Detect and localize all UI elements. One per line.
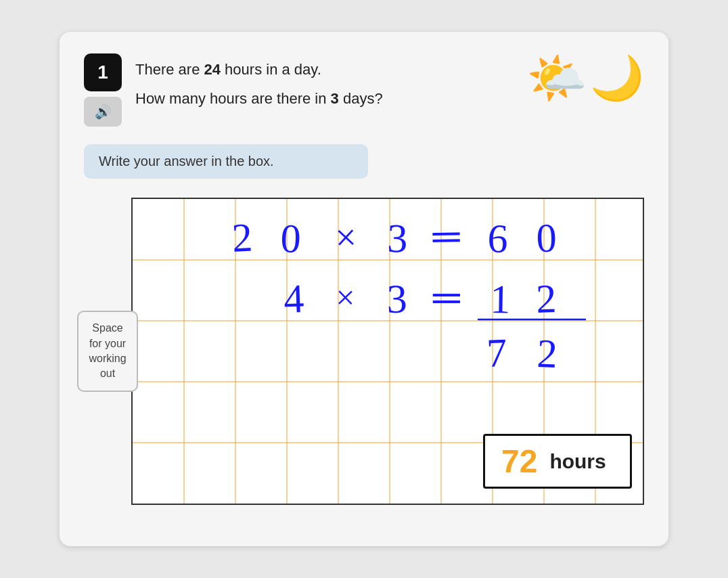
svg-text:6: 6 [487, 216, 509, 261]
svg-text:1: 1 [490, 277, 511, 322]
svg-text:×: × [334, 216, 357, 259]
space-label: Space for your working out [77, 311, 138, 392]
hint-text: Write your answer in the box. [99, 154, 274, 169]
speaker-icon: 🔊 [95, 104, 112, 120]
working-area-wrapper: Space for your working out [84, 198, 644, 505]
question-number: 1 [84, 53, 122, 91]
left-controls: 1 🔊 [84, 53, 122, 127]
space-label-text: Space for your working out [85, 321, 130, 382]
question-card: 1 🔊 There are 24 hours in a day. How man… [60, 32, 668, 546]
svg-text:═: ═ [432, 215, 460, 257]
svg-text:2: 2 [537, 331, 558, 376]
line1-prefix: There are [135, 61, 204, 78]
svg-text:4: 4 [283, 276, 304, 321]
svg-text:3: 3 [387, 216, 408, 261]
answer-box: 72 hours [483, 434, 632, 489]
question-text: There are 24 hours in a day. How many ho… [135, 53, 516, 110]
line2-number: 3 [331, 90, 339, 107]
line2-suffix: days? [339, 90, 383, 107]
svg-text:0: 0 [536, 215, 557, 261]
line1-suffix: hours in a day. [221, 61, 321, 78]
answer-number: 72 [501, 443, 537, 480]
line1-number: 24 [204, 61, 221, 78]
svg-text:═: ═ [432, 276, 460, 318]
emoji-row: 🌤️ 🌙 [526, 53, 644, 102]
speaker-button[interactable]: 🔊 [84, 97, 122, 127]
answer-unit: hours [549, 450, 606, 473]
svg-text:7: 7 [486, 330, 507, 376]
grid-content: 2 0 × 3 ═ 6 0 4 × [133, 199, 644, 504]
sun-icon: 🌤️ [526, 53, 587, 102]
question-line2: How many hours are there in 3 days? [135, 87, 516, 110]
svg-text:2: 2 [535, 276, 557, 321]
svg-text:×: × [336, 278, 355, 316]
moon-cloud-icon: 🌙 [590, 56, 644, 99]
line2-prefix: How many hours are there in [135, 90, 331, 107]
svg-text:0: 0 [280, 216, 302, 261]
question-line1: There are 24 hours in a day. [135, 58, 516, 81]
hint-box: Write your answer in the box. [84, 144, 368, 179]
header-row: 1 🔊 There are 24 hours in a day. How man… [84, 53, 644, 127]
svg-text:3: 3 [386, 276, 407, 321]
svg-text:2: 2 [231, 215, 253, 261]
grid-container: 2 0 × 3 ═ 6 0 4 × [131, 198, 644, 505]
